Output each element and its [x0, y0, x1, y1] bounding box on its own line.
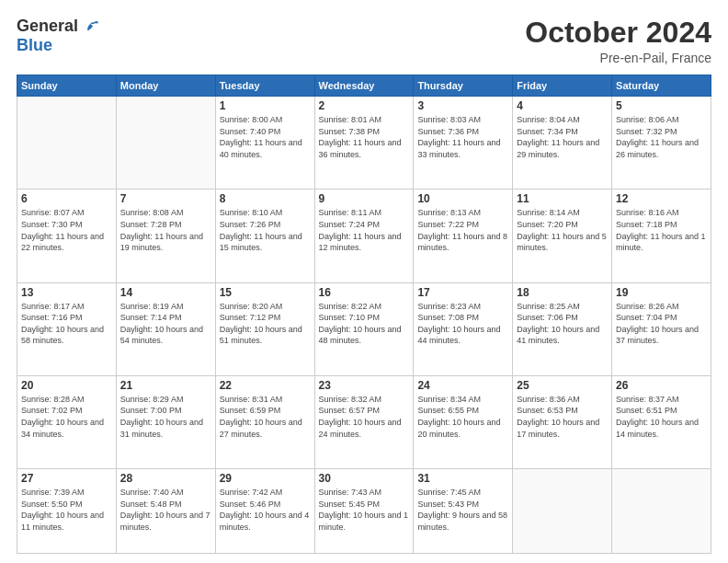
- day-number: 10: [417, 192, 508, 205]
- day-number: 4: [517, 99, 608, 112]
- day-number: 11: [517, 192, 608, 205]
- header: General Blue October 2024 Pre-en-Pail, F…: [17, 17, 711, 65]
- day-info: Sunrise: 8:07 AM Sunset: 7:30 PM Dayligh…: [21, 207, 112, 253]
- day-number: 19: [616, 286, 707, 299]
- day-number: 15: [220, 286, 311, 299]
- day-number: 6: [21, 192, 112, 205]
- day-info: Sunrise: 7:39 AM Sunset: 5:50 PM Dayligh…: [21, 487, 112, 533]
- day-number: 24: [417, 379, 508, 392]
- day-header-tuesday: Tuesday: [215, 75, 314, 97]
- calendar-cell: 13Sunrise: 8:17 AM Sunset: 7:16 PM Dayli…: [17, 282, 117, 375]
- day-info: Sunrise: 7:43 AM Sunset: 5:45 PM Dayligh…: [319, 487, 410, 533]
- calendar-cell: 7Sunrise: 8:08 AM Sunset: 7:28 PM Daylig…: [116, 190, 215, 282]
- day-number: 14: [120, 286, 211, 299]
- day-info: Sunrise: 8:10 AM Sunset: 7:26 PM Dayligh…: [220, 207, 311, 253]
- logo-blue-text: Blue: [17, 36, 52, 55]
- day-number: 7: [120, 192, 211, 205]
- day-number: 22: [220, 379, 311, 392]
- day-number: 8: [220, 192, 311, 205]
- day-info: Sunrise: 8:22 AM Sunset: 7:10 PM Dayligh…: [319, 301, 410, 347]
- day-number: 13: [21, 286, 112, 299]
- day-info: Sunrise: 8:04 AM Sunset: 7:34 PM Dayligh…: [517, 114, 608, 160]
- day-info: Sunrise: 7:42 AM Sunset: 5:46 PM Dayligh…: [220, 487, 311, 533]
- day-info: Sunrise: 8:23 AM Sunset: 7:08 PM Dayligh…: [417, 301, 508, 347]
- day-info: Sunrise: 8:03 AM Sunset: 7:36 PM Dayligh…: [417, 114, 508, 160]
- day-info: Sunrise: 8:36 AM Sunset: 6:53 PM Dayligh…: [517, 394, 608, 440]
- day-header-monday: Monday: [116, 75, 215, 97]
- calendar-cell: 2Sunrise: 8:01 AM Sunset: 7:38 PM Daylig…: [314, 97, 414, 190]
- day-number: 25: [517, 379, 608, 392]
- calendar-cell: 5Sunrise: 8:06 AM Sunset: 7:32 PM Daylig…: [612, 97, 711, 190]
- calendar-cell: 31Sunrise: 7:45 AM Sunset: 5:43 PM Dayli…: [414, 468, 513, 553]
- logo: General Blue: [17, 17, 100, 55]
- calendar-cell: 6Sunrise: 8:07 AM Sunset: 7:30 PM Daylig…: [17, 190, 117, 282]
- day-number: 26: [616, 379, 707, 392]
- day-number: 18: [517, 286, 608, 299]
- calendar-cell: 16Sunrise: 8:22 AM Sunset: 7:10 PM Dayli…: [314, 282, 414, 375]
- calendar-cell: 25Sunrise: 8:36 AM Sunset: 6:53 PM Dayli…: [513, 375, 612, 468]
- day-number: 5: [616, 99, 707, 112]
- calendar-cell: 28Sunrise: 7:40 AM Sunset: 5:48 PM Dayli…: [116, 468, 215, 553]
- calendar-cell: [513, 468, 612, 553]
- calendar-cell: 23Sunrise: 8:32 AM Sunset: 6:57 PM Dayli…: [314, 375, 414, 468]
- day-info: Sunrise: 8:08 AM Sunset: 7:28 PM Dayligh…: [120, 207, 211, 253]
- day-info: Sunrise: 8:20 AM Sunset: 7:12 PM Dayligh…: [220, 301, 311, 347]
- calendar-cell: 9Sunrise: 8:11 AM Sunset: 7:24 PM Daylig…: [314, 190, 414, 282]
- day-number: 2: [319, 99, 410, 112]
- day-info: Sunrise: 8:00 AM Sunset: 7:40 PM Dayligh…: [220, 114, 311, 160]
- calendar-cell: 14Sunrise: 8:19 AM Sunset: 7:14 PM Dayli…: [116, 282, 215, 375]
- day-info: Sunrise: 8:13 AM Sunset: 7:22 PM Dayligh…: [417, 207, 508, 253]
- day-info: Sunrise: 7:45 AM Sunset: 5:43 PM Dayligh…: [417, 487, 508, 533]
- calendar-cell: [612, 468, 711, 553]
- day-number: 1: [220, 99, 311, 112]
- day-info: Sunrise: 8:37 AM Sunset: 6:51 PM Dayligh…: [616, 394, 707, 440]
- day-header-sunday: Sunday: [17, 75, 117, 97]
- day-info: Sunrise: 8:32 AM Sunset: 6:57 PM Dayligh…: [319, 394, 410, 440]
- day-header-friday: Friday: [513, 75, 612, 97]
- day-info: Sunrise: 8:26 AM Sunset: 7:04 PM Dayligh…: [616, 301, 707, 347]
- calendar-cell: 21Sunrise: 8:29 AM Sunset: 7:00 PM Dayli…: [116, 375, 215, 468]
- day-number: 21: [120, 379, 211, 392]
- calendar-cell: 12Sunrise: 8:16 AM Sunset: 7:18 PM Dayli…: [612, 190, 711, 282]
- day-number: 23: [319, 379, 410, 392]
- calendar-cell: [116, 97, 215, 190]
- calendar-cell: 15Sunrise: 8:20 AM Sunset: 7:12 PM Dayli…: [215, 282, 314, 375]
- calendar-cell: 1Sunrise: 8:00 AM Sunset: 7:40 PM Daylig…: [215, 97, 314, 190]
- day-number: 29: [220, 472, 311, 485]
- calendar-cell: 19Sunrise: 8:26 AM Sunset: 7:04 PM Dayli…: [612, 282, 711, 375]
- day-number: 16: [319, 286, 410, 299]
- day-info: Sunrise: 8:19 AM Sunset: 7:14 PM Dayligh…: [120, 301, 211, 347]
- day-header-thursday: Thursday: [414, 75, 513, 97]
- day-info: Sunrise: 8:28 AM Sunset: 7:02 PM Dayligh…: [21, 394, 112, 440]
- location: Pre-en-Pail, France: [525, 51, 711, 65]
- day-number: 3: [417, 99, 508, 112]
- calendar-cell: 8Sunrise: 8:10 AM Sunset: 7:26 PM Daylig…: [215, 190, 314, 282]
- day-info: Sunrise: 8:31 AM Sunset: 6:59 PM Dayligh…: [220, 394, 311, 440]
- calendar-cell: 18Sunrise: 8:25 AM Sunset: 7:06 PM Dayli…: [513, 282, 612, 375]
- day-info: Sunrise: 7:40 AM Sunset: 5:48 PM Dayligh…: [120, 487, 211, 533]
- day-number: 27: [21, 472, 112, 485]
- day-info: Sunrise: 8:34 AM Sunset: 6:55 PM Dayligh…: [417, 394, 508, 440]
- day-header-saturday: Saturday: [612, 75, 711, 97]
- calendar-cell: 3Sunrise: 8:03 AM Sunset: 7:36 PM Daylig…: [414, 97, 513, 190]
- logo-general-text: General: [17, 17, 78, 36]
- day-info: Sunrise: 8:16 AM Sunset: 7:18 PM Dayligh…: [616, 207, 707, 253]
- day-info: Sunrise: 8:14 AM Sunset: 7:20 PM Dayligh…: [517, 207, 608, 253]
- calendar-table: SundayMondayTuesdayWednesdayThursdayFrid…: [17, 75, 711, 554]
- day-info: Sunrise: 8:29 AM Sunset: 7:00 PM Dayligh…: [120, 394, 211, 440]
- day-info: Sunrise: 8:01 AM Sunset: 7:38 PM Dayligh…: [319, 114, 410, 160]
- calendar-cell: 20Sunrise: 8:28 AM Sunset: 7:02 PM Dayli…: [17, 375, 117, 468]
- day-number: 28: [120, 472, 211, 485]
- day-number: 17: [417, 286, 508, 299]
- day-header-wednesday: Wednesday: [314, 75, 414, 97]
- logo-bird-icon: [82, 17, 100, 36]
- calendar-cell: 4Sunrise: 8:04 AM Sunset: 7:34 PM Daylig…: [513, 97, 612, 190]
- calendar-cell: 17Sunrise: 8:23 AM Sunset: 7:08 PM Dayli…: [414, 282, 513, 375]
- calendar-cell: 30Sunrise: 7:43 AM Sunset: 5:45 PM Dayli…: [314, 468, 414, 553]
- day-info: Sunrise: 8:06 AM Sunset: 7:32 PM Dayligh…: [616, 114, 707, 160]
- calendar-cell: 29Sunrise: 7:42 AM Sunset: 5:46 PM Dayli…: [215, 468, 314, 553]
- day-info: Sunrise: 8:25 AM Sunset: 7:06 PM Dayligh…: [517, 301, 608, 347]
- calendar-cell: [17, 97, 117, 190]
- calendar-cell: 24Sunrise: 8:34 AM Sunset: 6:55 PM Dayli…: [414, 375, 513, 468]
- month-title: October 2024: [525, 17, 711, 49]
